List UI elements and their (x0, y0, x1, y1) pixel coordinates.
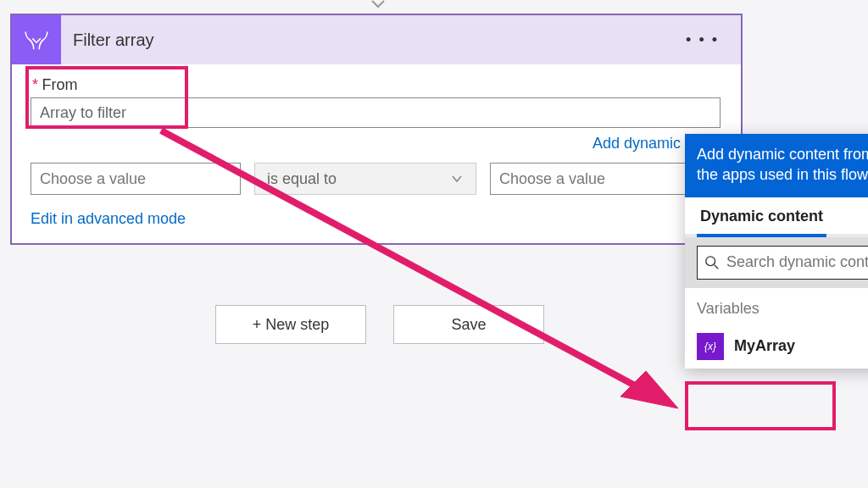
dynamic-item-myarray[interactable]: {x} MyArray (685, 324, 868, 369)
dynamic-content-panel: Add dynamic content from the apps used i… (685, 134, 868, 369)
filter-array-icon (12, 15, 61, 64)
condition-right-input[interactable] (490, 163, 700, 195)
from-label-row: * From (31, 71, 722, 97)
svg-marker-3 (620, 371, 678, 408)
tab-dynamic-content[interactable]: Dynamic content (697, 197, 826, 237)
save-button[interactable]: Save (393, 305, 544, 344)
variable-icon: {x} (697, 333, 724, 360)
from-input[interactable] (31, 97, 721, 128)
condition-left-input[interactable] (31, 163, 241, 195)
flow-connector-arrow-down (368, 0, 388, 14)
condition-row: is equal to (31, 163, 722, 195)
chevron-down-icon (450, 172, 464, 186)
dynamic-search-wrap (685, 237, 868, 288)
from-label: From (42, 76, 77, 93)
new-step-button[interactable]: + New step (215, 305, 366, 344)
advanced-mode-link[interactable]: Edit in advanced mode (31, 195, 186, 228)
card-title: Filter array (61, 30, 679, 50)
dynamic-content-banner: Add dynamic content from the apps used i… (685, 134, 868, 197)
footer-buttons: + New step Save (215, 305, 544, 344)
condition-operator-label: is equal to (267, 170, 337, 188)
annotation-box-myarray (685, 381, 836, 430)
card-menu-button[interactable]: • • • (679, 25, 726, 56)
filter-array-card: Filter array • • • * From Add dynamic co… (10, 14, 743, 245)
condition-operator-select[interactable]: is equal to (254, 163, 476, 195)
dynamic-search-box[interactable] (697, 246, 868, 280)
card-header[interactable]: Filter array • • • (12, 15, 741, 64)
required-asterisk-icon: * (32, 76, 38, 93)
search-icon (704, 255, 720, 270)
svg-line-1 (715, 264, 719, 269)
dynamic-section-variables: Variables (685, 288, 868, 324)
dynamic-item-label: MyArray (734, 337, 795, 355)
dynamic-search-input[interactable] (726, 253, 868, 271)
dynamic-content-tabs: Dynamic content (685, 197, 868, 237)
svg-point-0 (706, 256, 715, 265)
card-body: * From Add dynamic conte is equal to Edi… (12, 64, 741, 243)
